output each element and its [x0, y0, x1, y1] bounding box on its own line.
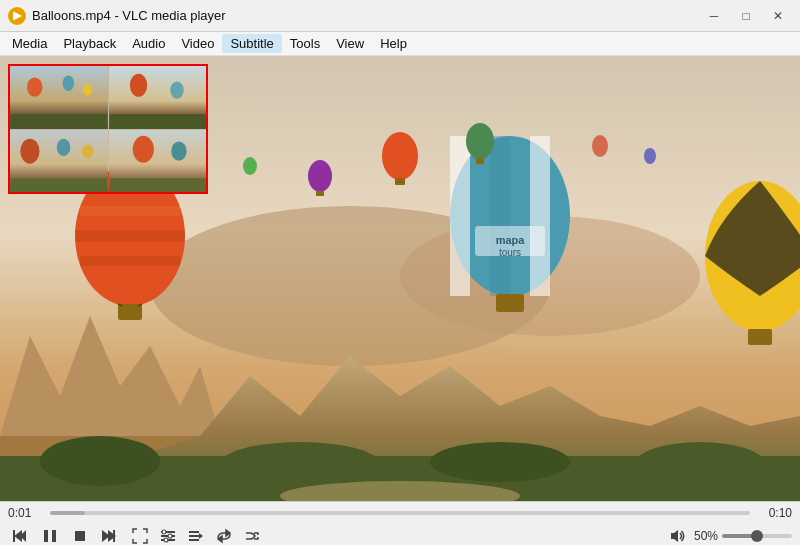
svg-text:mapa: mapa: [496, 234, 526, 246]
svg-point-65: [168, 534, 172, 538]
close-button[interactable]: ✕: [764, 6, 792, 26]
menu-audio[interactable]: Audio: [124, 34, 173, 53]
app-icon: ▶: [8, 7, 26, 25]
svg-point-46: [20, 138, 39, 163]
maximize-button[interactable]: □: [732, 6, 760, 26]
progress-row: 0:01 0:10: [8, 506, 792, 520]
menu-bar: Media Playback Audio Video Subtitle Tool…: [0, 32, 800, 56]
volume-icon-button[interactable]: [666, 524, 690, 545]
svg-rect-34: [316, 191, 324, 196]
volume-label: 50%: [694, 529, 718, 543]
svg-rect-56: [52, 530, 56, 542]
svg-point-33: [308, 160, 332, 192]
svg-point-41: [83, 84, 93, 96]
menu-view[interactable]: View: [328, 34, 372, 53]
svg-point-7: [40, 436, 160, 486]
svg-rect-60: [113, 530, 115, 542]
progress-track[interactable]: [50, 511, 750, 515]
svg-point-9: [430, 442, 570, 482]
svg-point-43: [129, 74, 146, 97]
svg-rect-68: [189, 535, 199, 537]
thumb-2: [109, 66, 207, 129]
svg-rect-54: [13, 530, 15, 542]
time-current: 0:01: [8, 506, 42, 520]
svg-point-44: [170, 81, 183, 98]
skip-back-button[interactable]: [8, 524, 32, 545]
window-title: Balloons.mp4 - VLC media player: [32, 8, 700, 23]
svg-marker-70: [199, 533, 203, 539]
volume-knob[interactable]: [751, 530, 763, 542]
svg-point-8: [220, 442, 380, 486]
menu-media[interactable]: Media: [4, 34, 55, 53]
buttons-row: 50%: [8, 524, 792, 545]
svg-point-10: [635, 442, 765, 486]
menu-playback[interactable]: Playback: [55, 34, 124, 53]
controls-bar: 0:01 0:10: [0, 501, 800, 545]
svg-point-51: [171, 141, 186, 160]
menu-tools[interactable]: Tools: [282, 34, 328, 53]
svg-rect-52: [109, 178, 205, 192]
stop-button[interactable]: [68, 524, 92, 545]
svg-rect-42: [11, 114, 107, 128]
svg-rect-45: [109, 114, 205, 128]
svg-marker-53: [14, 530, 26, 542]
svg-rect-49: [11, 178, 107, 192]
svg-marker-74: [671, 530, 678, 542]
thumb-1: [10, 66, 108, 129]
svg-rect-55: [44, 530, 48, 542]
volume-track[interactable]: [722, 534, 792, 538]
svg-rect-26: [496, 294, 524, 312]
random-button[interactable]: [240, 524, 264, 545]
svg-rect-22: [530, 136, 550, 296]
svg-point-47: [57, 138, 70, 155]
svg-point-31: [466, 123, 494, 159]
video-area[interactable]: mapa tours: [0, 56, 800, 501]
svg-rect-57: [75, 531, 85, 541]
menu-help[interactable]: Help: [372, 34, 415, 53]
svg-rect-69: [189, 539, 199, 541]
svg-rect-32: [476, 158, 484, 164]
minimize-button[interactable]: ─: [700, 6, 728, 26]
loop-button[interactable]: [212, 524, 236, 545]
svg-point-39: [27, 78, 42, 97]
svg-point-35: [592, 135, 608, 157]
svg-point-37: [243, 157, 257, 175]
menu-subtitle[interactable]: Subtitle: [222, 34, 281, 53]
svg-point-40: [63, 76, 75, 91]
svg-rect-20: [450, 136, 470, 296]
svg-point-36: [644, 148, 656, 164]
svg-point-64: [162, 530, 166, 534]
thumb-3: [10, 130, 108, 193]
skip-forward-button[interactable]: [96, 524, 120, 545]
play-pause-button[interactable]: [36, 524, 64, 545]
playlist-button[interactable]: [184, 524, 208, 545]
svg-rect-28: [748, 329, 772, 345]
svg-text:tours: tours: [499, 247, 521, 258]
volume-section: 50%: [666, 524, 792, 545]
fullscreen-button[interactable]: [128, 524, 152, 545]
time-total: 0:10: [758, 506, 792, 520]
svg-point-48: [82, 144, 94, 157]
extended-settings-button[interactable]: [156, 524, 180, 545]
svg-rect-21: [490, 136, 510, 296]
title-bar: ▶ Balloons.mp4 - VLC media player ─ □ ✕: [0, 0, 800, 32]
svg-rect-67: [189, 531, 199, 533]
svg-point-66: [164, 538, 168, 542]
window-controls: ─ □ ✕: [700, 6, 792, 26]
svg-point-29: [382, 132, 418, 180]
menu-video[interactable]: Video: [173, 34, 222, 53]
thumb-4: [109, 130, 207, 193]
progress-fill: [50, 511, 85, 515]
svg-point-50: [132, 135, 153, 162]
thumbnail-overlay: [8, 64, 208, 194]
svg-rect-30: [395, 178, 405, 185]
